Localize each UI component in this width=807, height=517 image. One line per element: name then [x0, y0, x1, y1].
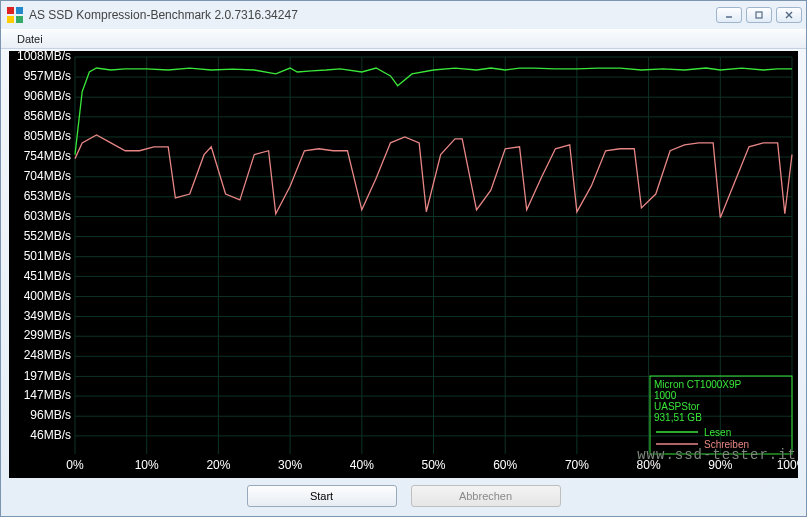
- svg-text:603MB/s: 603MB/s: [24, 209, 71, 223]
- svg-text:60%: 60%: [493, 458, 517, 472]
- svg-text:100%: 100%: [777, 458, 798, 472]
- svg-text:70%: 70%: [565, 458, 589, 472]
- svg-text:931,51 GB: 931,51 GB: [654, 412, 702, 423]
- svg-text:147MB/s: 147MB/s: [24, 388, 71, 402]
- app-window: AS SSD Kompression-Benchmark 2.0.7316.34…: [0, 0, 807, 517]
- svg-text:1000: 1000: [654, 390, 677, 401]
- svg-text:451MB/s: 451MB/s: [24, 269, 71, 283]
- svg-text:Schreiben: Schreiben: [704, 439, 749, 450]
- svg-text:46MB/s: 46MB/s: [30, 428, 71, 442]
- svg-text:704MB/s: 704MB/s: [24, 169, 71, 183]
- titlebar[interactable]: AS SSD Kompression-Benchmark 2.0.7316.34…: [1, 1, 806, 29]
- button-row: Start Abbrechen: [9, 478, 798, 510]
- app-icon: [7, 7, 23, 23]
- svg-text:40%: 40%: [350, 458, 374, 472]
- svg-text:96MB/s: 96MB/s: [30, 408, 71, 422]
- cancel-button: Abbrechen: [411, 485, 561, 507]
- menu-file[interactable]: Datei: [9, 31, 51, 47]
- svg-text:552MB/s: 552MB/s: [24, 229, 71, 243]
- svg-text:906MB/s: 906MB/s: [24, 89, 71, 103]
- svg-text:805MB/s: 805MB/s: [24, 129, 71, 143]
- svg-text:10%: 10%: [135, 458, 159, 472]
- svg-text:501MB/s: 501MB/s: [24, 249, 71, 263]
- svg-text:1008MB/s: 1008MB/s: [17, 51, 71, 63]
- window-title: AS SSD Kompression-Benchmark 2.0.7316.34…: [29, 8, 716, 22]
- svg-rect-1: [756, 12, 762, 18]
- maximize-button[interactable]: [746, 7, 772, 23]
- svg-text:30%: 30%: [278, 458, 302, 472]
- client-area: 46MB/s96MB/s147MB/s197MB/s248MB/s299MB/s…: [1, 49, 806, 516]
- menubar: Datei: [1, 29, 806, 49]
- start-button[interactable]: Start: [247, 485, 397, 507]
- svg-text:80%: 80%: [637, 458, 661, 472]
- svg-text:653MB/s: 653MB/s: [24, 189, 71, 203]
- svg-text:UASPStor: UASPStor: [654, 401, 700, 412]
- svg-text:90%: 90%: [708, 458, 732, 472]
- close-button[interactable]: [776, 7, 802, 23]
- svg-text:856MB/s: 856MB/s: [24, 109, 71, 123]
- chart: 46MB/s96MB/s147MB/s197MB/s248MB/s299MB/s…: [9, 51, 798, 478]
- svg-text:248MB/s: 248MB/s: [24, 348, 71, 362]
- svg-text:400MB/s: 400MB/s: [24, 289, 71, 303]
- svg-text:957MB/s: 957MB/s: [24, 69, 71, 83]
- svg-text:299MB/s: 299MB/s: [24, 328, 71, 342]
- svg-text:Micron CT1000X9P: Micron CT1000X9P: [654, 379, 742, 390]
- svg-text:Lesen: Lesen: [704, 427, 731, 438]
- minimize-button[interactable]: [716, 7, 742, 23]
- svg-text:754MB/s: 754MB/s: [24, 149, 71, 163]
- svg-text:50%: 50%: [421, 458, 445, 472]
- svg-text:0%: 0%: [66, 458, 84, 472]
- svg-text:20%: 20%: [206, 458, 230, 472]
- svg-text:197MB/s: 197MB/s: [24, 369, 71, 383]
- window-controls: [716, 7, 802, 23]
- svg-text:349MB/s: 349MB/s: [24, 309, 71, 323]
